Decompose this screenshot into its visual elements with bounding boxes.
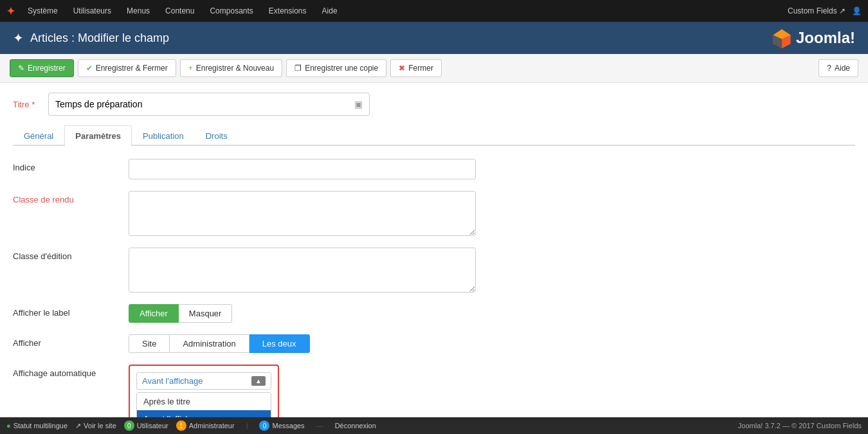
indice-group: Indice — [13, 159, 855, 179]
save-button[interactable]: ✎ Enregistrer — [10, 59, 74, 77]
tab-droits[interactable]: Droits — [195, 125, 239, 146]
calendar-icon[interactable]: ▣ — [354, 99, 363, 109]
classe-edition-label: Classe d'édition — [13, 248, 129, 261]
title-field[interactable] — [55, 99, 354, 109]
statusbar-utilisateur[interactable]: 0 Utilisateur — [124, 420, 168, 431]
utilisateur-badge: 0 — [124, 420, 134, 431]
afficher-both-button[interactable]: Les deux — [249, 334, 310, 353]
puzzle-icon: ✦ — [13, 30, 24, 46]
joomla-logo-icon — [770, 26, 793, 50]
x-icon: ✖ — [399, 64, 405, 73]
plus-icon: + — [188, 64, 193, 73]
afficher-admin-button[interactable]: Administration — [170, 334, 249, 353]
separator-1: | — [246, 422, 248, 429]
affichage-auto-label: Affichage automatique — [13, 365, 129, 378]
classe-edition-input[interactable] — [129, 248, 476, 293]
separator-2: — — [316, 422, 323, 429]
user-icon[interactable]: 👤 — [852, 6, 862, 15]
dropdown-selected-value: Avant l'affichage — [142, 376, 203, 386]
joomla-logo-text: Joomla! — [796, 29, 855, 47]
menu-utilisateurs[interactable]: Utilisateurs — [67, 3, 118, 19]
multilang-dot: ● — [6, 422, 11, 429]
content-area: Titre * ▣ Général Paramètres Publication… — [0, 83, 868, 434]
messages-badge: 0 — [259, 420, 269, 431]
tab-publication[interactable]: Publication — [132, 125, 195, 146]
afficher-site-button[interactable]: Site — [129, 334, 170, 353]
classe-edition-group: Classe d'édition — [13, 248, 855, 293]
statusbar: ● Statut multilingue ↗ Voir le site 0 Ut… — [0, 417, 868, 434]
question-icon: ? — [827, 64, 831, 73]
afficher-hide-button[interactable]: Masquer — [179, 304, 233, 323]
joomla-star-icon: ✦ — [6, 5, 15, 17]
dropdown-arrow-icon: ▲ — [251, 376, 266, 386]
save-close-button[interactable]: ✔ Enregistrer & Fermer — [78, 59, 176, 77]
dropdown-option-apres-titre[interactable]: Après le titre — [137, 393, 271, 410]
statusbar-admin[interactable]: 1 Administrateur — [176, 420, 235, 431]
classe-rendu-input[interactable] — [129, 191, 476, 236]
afficher-label-group: Afficher le label Afficher Masquer — [13, 304, 855, 323]
menu-menus[interactable]: Menus — [120, 3, 156, 19]
admin-badge: 1 — [176, 420, 186, 431]
topbar-right: Custom Fields ↗ 👤 — [788, 6, 862, 15]
menu-composants[interactable]: Composants — [203, 3, 259, 19]
external-link-icon: ↗ — [75, 422, 81, 430]
title-row: Titre * ▣ — [13, 93, 855, 116]
afficher-label-label: Afficher le label — [13, 304, 129, 318]
affichage-auto-select[interactable]: Avant l'affichage ▲ — [136, 372, 271, 390]
menu-extensions[interactable]: Extensions — [262, 3, 313, 19]
headerbar: ✦ Articles : Modifier le champ Joomla! — [0, 22, 868, 54]
help-button[interactable]: ? Aide — [818, 59, 858, 77]
tab-general[interactable]: Général — [13, 125, 64, 146]
menu-contenu[interactable]: Contenu — [159, 3, 201, 19]
statusbar-deconnexion[interactable]: Déconnexion — [335, 422, 376, 429]
afficher-field-label: Afficher — [13, 334, 129, 348]
statusbar-voir-site[interactable]: ↗ Voir le site — [75, 422, 116, 430]
tabs-bar: Général Paramètres Publication Droits — [13, 125, 855, 146]
topbar: ✦ Système Utilisateurs Menus Contenu Com… — [0, 0, 868, 22]
afficher-show-button[interactable]: Afficher — [129, 304, 179, 323]
save-new-button[interactable]: + Enregistrer & Nouveau — [180, 59, 282, 77]
statusbar-multilang[interactable]: ● Statut multilingue — [6, 422, 68, 429]
page-title: ✦ Articles : Modifier le champ — [13, 30, 169, 46]
statusbar-version: Joomla! 3.7.2 — © 2017 Custom Fields — [738, 422, 862, 429]
edit-icon: ✎ — [18, 64, 24, 73]
classe-rendu-group: Classe de rendu — [13, 191, 855, 236]
tab-parametres[interactable]: Paramètres — [64, 125, 132, 146]
afficher-label-toggle: Afficher Masquer — [129, 304, 232, 323]
statusbar-messages[interactable]: 0 Messages — [259, 420, 304, 431]
afficher-toggle: Site Administration Les deux — [129, 334, 310, 353]
indice-input[interactable] — [129, 159, 476, 179]
custom-fields-link[interactable]: Custom Fields ↗ — [788, 6, 845, 15]
save-copy-button[interactable]: ❐ Enregistrer une copie — [286, 59, 386, 77]
title-label: Titre * — [13, 100, 39, 109]
required-star: * — [32, 100, 35, 109]
joomla-logo: Joomla! — [770, 26, 855, 50]
statusbar-items: ● Statut multilingue ↗ Voir le site 0 Ut… — [6, 420, 738, 431]
close-button[interactable]: ✖ Fermer — [390, 59, 442, 77]
afficher-group: Afficher Site Administration Les deux — [13, 334, 855, 353]
menu-systeme[interactable]: Système — [21, 3, 64, 19]
page-title-text: Articles : Modifier le champ — [30, 32, 169, 45]
menu-aide[interactable]: Aide — [316, 3, 344, 19]
title-input-wrapper: ▣ — [48, 93, 370, 116]
toolbar: ✎ Enregistrer ✔ Enregistrer & Fermer + E… — [0, 54, 868, 83]
classe-rendu-label: Classe de rendu — [13, 191, 129, 204]
check-icon: ✔ — [86, 64, 93, 73]
top-menu: Système Utilisateurs Menus Contenu Compo… — [21, 3, 788, 19]
indice-label: Indice — [13, 159, 129, 172]
copy-icon: ❐ — [294, 64, 302, 73]
